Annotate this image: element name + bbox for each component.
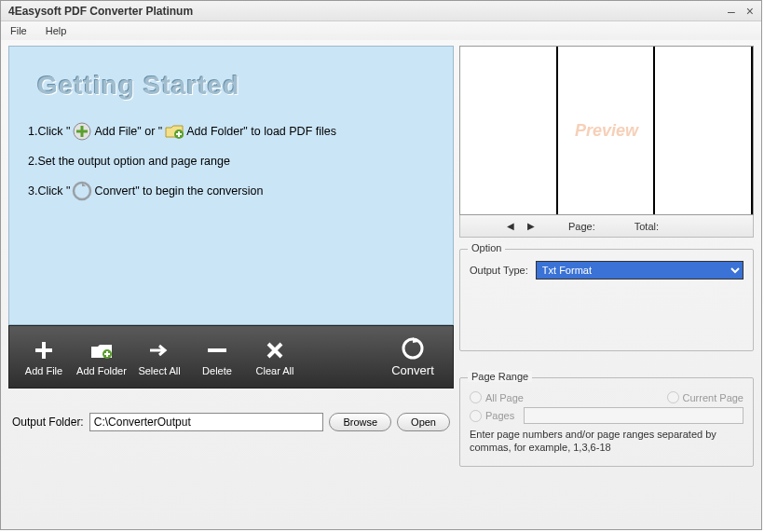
convert-icon xyxy=(72,181,92,201)
toolbar: Add File Add Folder Select All Delete Cl… xyxy=(8,325,454,389)
arrow-right-icon xyxy=(148,338,171,362)
output-type-row: Output Type: Txt Format xyxy=(470,261,744,280)
current-page-option[interactable]: Current Page xyxy=(667,391,744,403)
step-1-text-c: Add Folder" to load PDF files xyxy=(186,125,336,138)
add-folder-button[interactable]: Add Folder xyxy=(73,331,130,383)
preview-pane-1 xyxy=(460,47,558,214)
step-2: 2.Set the output option and page range xyxy=(28,155,440,168)
delete-button[interactable]: Delete xyxy=(188,331,246,383)
clear-all-label: Clear All xyxy=(256,365,294,376)
step-3: 3.Click " Convert" to begin the conversi… xyxy=(28,181,440,201)
pager-nav: ◀ ▶ xyxy=(507,221,535,231)
getting-started-title: Getting Started xyxy=(37,71,440,101)
step-3-text-b: Convert" to begin the conversion xyxy=(94,184,263,198)
current-page-radio[interactable] xyxy=(667,391,679,403)
menu-help[interactable]: Help xyxy=(46,25,67,36)
folder-plus-icon xyxy=(89,338,114,362)
plus-icon xyxy=(33,338,55,362)
preview-panel: Preview xyxy=(459,46,754,215)
page-label: Page: xyxy=(568,221,595,232)
current-page-label: Current Page xyxy=(683,392,744,403)
prev-page-button[interactable]: ◀ xyxy=(507,221,514,231)
app-window: 4Easysoft PDF Converter Platinum – × Fil… xyxy=(0,0,762,530)
convert-label: Convert xyxy=(391,363,434,377)
close-button[interactable]: × xyxy=(746,4,754,19)
clear-all-button[interactable]: Clear All xyxy=(246,331,304,383)
select-all-label: Select All xyxy=(138,365,180,376)
svg-rect-5 xyxy=(176,133,182,135)
menubar: File Help xyxy=(1,21,761,40)
window-title: 4Easysoft PDF Converter Platinum xyxy=(8,5,193,18)
all-page-radio[interactable] xyxy=(470,391,482,403)
svg-rect-12 xyxy=(208,348,226,352)
all-page-label: All Page xyxy=(485,392,524,403)
select-all-button[interactable]: Select All xyxy=(130,331,188,383)
svg-rect-8 xyxy=(35,348,52,352)
preview-watermark: Preview xyxy=(575,121,638,141)
pages-option[interactable]: Pages xyxy=(470,410,514,422)
svg-rect-2 xyxy=(76,130,88,133)
add-file-label: Add File xyxy=(25,365,62,376)
delete-label: Delete xyxy=(202,365,232,376)
window-buttons: – × xyxy=(728,4,754,19)
add-folder-icon xyxy=(164,121,184,142)
right-pane: Preview ◀ ▶ Page: Total: Option Output T… xyxy=(459,46,754,522)
page-range-row-2: Pages xyxy=(470,407,744,424)
convert-button[interactable]: Convert xyxy=(378,331,447,383)
svg-rect-11 xyxy=(104,353,110,355)
output-type-select[interactable]: Txt Format xyxy=(536,261,744,280)
browse-button[interactable]: Browse xyxy=(329,413,391,431)
option-legend: Option xyxy=(468,242,505,253)
step-1-text-a: 1.Click " xyxy=(28,125,70,138)
page-range-hint: Enter page numbers and/or page ranges se… xyxy=(470,428,744,455)
step-1: 1.Click " Add File" or " Add Folder" to … xyxy=(28,121,440,142)
all-page-option[interactable]: All Page xyxy=(470,391,524,403)
next-page-button[interactable]: ▶ xyxy=(527,221,535,231)
pages-input[interactable] xyxy=(524,407,744,424)
step-3-text-a: 3.Click " xyxy=(28,184,70,198)
left-pane: Getting Started 1.Click " Add File" or "… xyxy=(8,46,454,522)
getting-started-panel: Getting Started 1.Click " Add File" or "… xyxy=(8,46,454,325)
output-folder-row: Output Folder: Browse Open xyxy=(8,413,454,431)
total-label: Total: xyxy=(634,221,659,232)
page-range-legend: Page Range xyxy=(468,371,532,382)
page-range-fieldset: Page Range All Page Current Page Pages E… xyxy=(459,377,754,467)
preview-pane-3 xyxy=(655,47,753,214)
add-file-button[interactable]: Add File xyxy=(15,331,73,383)
menu-file[interactable]: File xyxy=(10,25,27,36)
output-folder-label: Output Folder: xyxy=(12,416,84,429)
open-button[interactable]: Open xyxy=(397,413,450,431)
minus-icon xyxy=(208,338,226,362)
add-file-icon xyxy=(72,121,92,142)
preview-area: Preview ◀ ▶ Page: Total: xyxy=(459,46,754,238)
pages-label: Pages xyxy=(485,410,514,421)
refresh-icon xyxy=(400,336,426,361)
pages-radio[interactable] xyxy=(470,410,482,422)
output-type-label: Output Type: xyxy=(470,265,528,276)
x-icon xyxy=(266,338,284,362)
output-folder-input[interactable] xyxy=(89,413,324,431)
pager: ◀ ▶ Page: Total: xyxy=(459,215,754,238)
step-1-text-b: Add File" or " xyxy=(94,125,162,138)
page-range-row-1: All Page Current Page xyxy=(470,391,744,403)
add-folder-label: Add Folder xyxy=(76,365,127,376)
content: Getting Started 1.Click " Add File" or "… xyxy=(1,40,761,529)
option-fieldset: Option Output Type: Txt Format xyxy=(459,249,754,351)
titlebar: 4Easysoft PDF Converter Platinum – × xyxy=(1,1,761,21)
minimize-button[interactable]: – xyxy=(728,4,735,19)
